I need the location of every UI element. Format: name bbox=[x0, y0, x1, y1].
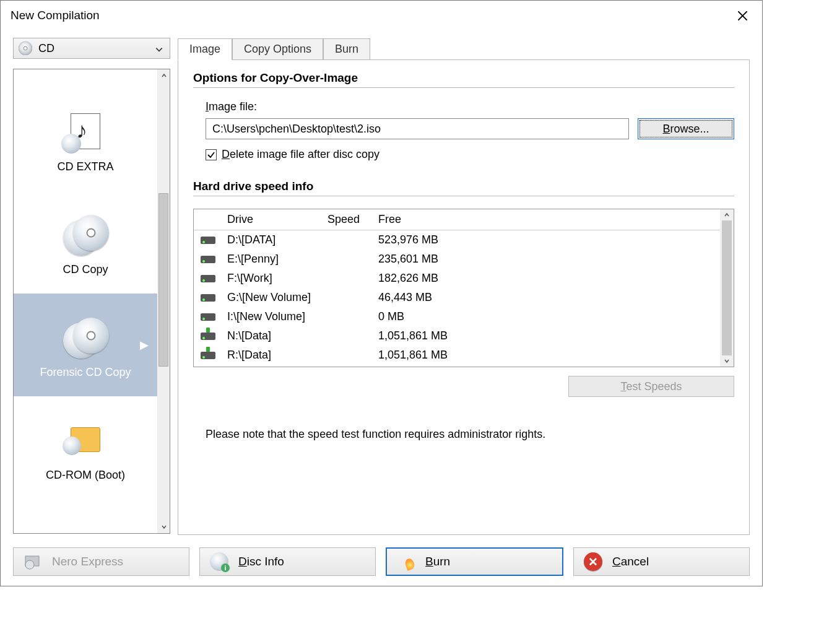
window-title: New Compilation bbox=[11, 9, 100, 22]
drive-free: 1,051,861 MB bbox=[373, 329, 720, 342]
nero-express-label: Nero Express bbox=[52, 555, 123, 568]
tab-burn[interactable]: Burn bbox=[323, 38, 370, 60]
drive-free: 0 MB bbox=[373, 310, 720, 323]
disc-info-button[interactable]: Disc Info bbox=[199, 547, 376, 576]
compilation-type-list: CD EXTRACD CopyForensic CD Copy▶CD-ROM (… bbox=[13, 69, 170, 534]
test-speeds-button: Test Speeds bbox=[568, 376, 734, 397]
drive-row[interactable]: R:\[Data]1,051,861 MB bbox=[194, 346, 720, 365]
tab-image-pane: Options for Copy-Over-Image Image file: … bbox=[178, 59, 750, 535]
drive-speed-table: Drive Speed Free D:\[DATA]523,976 MBE:\[… bbox=[193, 209, 734, 367]
drive-name: D:\[DATA] bbox=[222, 233, 327, 246]
hard-drive-icon bbox=[201, 237, 215, 244]
nero-express-button: Nero Express bbox=[13, 547, 189, 576]
drive-free: 46,443 MB bbox=[373, 291, 720, 304]
drive-free: 235,601 MB bbox=[373, 253, 720, 266]
drive-free: 182,626 MB bbox=[373, 272, 720, 285]
cancel-button[interactable]: ✕ Cancel bbox=[573, 547, 750, 576]
drive-name: E:\[Penny] bbox=[222, 253, 327, 266]
dialog-footer: Nero Express Disc Info Burn ✕ Cancel bbox=[1, 541, 762, 586]
hard-drive-icon bbox=[201, 275, 215, 282]
image-file-input[interactable] bbox=[206, 118, 629, 139]
type-item-label: CD EXTRA bbox=[57, 160, 113, 173]
network-drive-icon bbox=[201, 333, 215, 340]
cancel-icon: ✕ bbox=[584, 552, 602, 571]
tab-image[interactable]: Image bbox=[178, 38, 232, 60]
disc-info-icon bbox=[210, 552, 228, 571]
drive-name: F:\[Work] bbox=[222, 272, 327, 285]
section-hard-drive-speed: Hard drive speed info bbox=[193, 180, 734, 193]
scroll-up-icon[interactable] bbox=[158, 69, 170, 82]
scroll-down-icon[interactable] bbox=[158, 521, 170, 533]
hard-drive-icon bbox=[201, 294, 215, 302]
type-item-cd-rom-boot-[interactable]: CD-ROM (Boot) bbox=[14, 396, 157, 499]
tab-row: ImageCopy OptionsBurn bbox=[178, 37, 750, 60]
nero-express-icon bbox=[22, 551, 43, 572]
image-file-label: Image file: bbox=[206, 100, 734, 113]
svg-point-1 bbox=[25, 560, 34, 569]
burn-button[interactable]: Burn bbox=[386, 547, 563, 576]
folder-disc-icon bbox=[71, 427, 100, 452]
col-header-speed[interactable]: Speed bbox=[327, 213, 373, 226]
titlebar: New Compilation bbox=[1, 1, 762, 30]
drive-name: I:\[New Volume] bbox=[222, 310, 327, 323]
close-icon bbox=[737, 11, 748, 21]
drive-name: R:\[Data] bbox=[222, 349, 327, 362]
type-item-label: Forensic CD Copy bbox=[40, 366, 131, 379]
disc-icon bbox=[19, 41, 32, 55]
type-item-label: CD Copy bbox=[63, 263, 108, 276]
drive-name: G:\[New Volume] bbox=[222, 291, 327, 304]
col-header-drive[interactable]: Drive bbox=[222, 213, 327, 226]
admin-rights-note: Please note that the speed test function… bbox=[206, 428, 734, 441]
drive-row[interactable]: N:\[Data]1,051,861 MB bbox=[194, 326, 720, 346]
hard-drive-icon bbox=[201, 313, 215, 321]
hard-drive-icon bbox=[201, 256, 215, 263]
section-copy-over-image: Options for Copy-Over-Image bbox=[193, 71, 734, 85]
drive-row[interactable]: I:\[New Volume]0 MB bbox=[194, 307, 720, 326]
dialog-body: CD CD EXTRACD CopyForensic CD Copy▶CD-RO… bbox=[1, 30, 762, 541]
drive-table-scrollbar[interactable] bbox=[720, 209, 734, 367]
drive-row[interactable]: F:\[Work]182,626 MB bbox=[194, 269, 720, 288]
drive-row[interactable]: E:\[Penny]235,601 MB bbox=[194, 250, 720, 269]
scroll-thumb[interactable] bbox=[722, 220, 732, 355]
scroll-up-icon bbox=[724, 212, 730, 218]
disc-type-combo[interactable]: CD bbox=[13, 38, 170, 59]
disc-type-value: CD bbox=[38, 42, 54, 55]
scroll-thumb[interactable] bbox=[158, 193, 168, 367]
type-item-cd-extra[interactable]: CD EXTRA bbox=[14, 88, 157, 191]
type-item-forensic-cd-copy[interactable]: Forensic CD Copy▶ bbox=[14, 294, 157, 396]
drive-row[interactable]: D:\[DATA]523,976 MB bbox=[194, 230, 720, 250]
drive-table-header: Drive Speed Free bbox=[194, 209, 720, 230]
col-header-free[interactable]: Free bbox=[373, 213, 720, 226]
left-column: CD CD EXTRACD CopyForensic CD Copy▶CD-RO… bbox=[1, 30, 174, 541]
scroll-down-icon bbox=[724, 358, 730, 364]
dialog-window: New Compilation CD CD EXTRACD CopyForens… bbox=[0, 0, 763, 586]
network-drive-icon bbox=[201, 352, 215, 359]
browse-button[interactable]: Browse... bbox=[638, 118, 734, 139]
drive-free: 1,051,861 MB bbox=[373, 349, 720, 362]
burn-icon bbox=[397, 552, 415, 571]
checkbox-icon bbox=[206, 149, 217, 160]
tab-copy-options[interactable]: Copy Options bbox=[232, 38, 323, 60]
close-button[interactable] bbox=[730, 4, 755, 27]
disc-stack-icon bbox=[63, 318, 108, 356]
right-column: ImageCopy OptionsBurn Options for Copy-O… bbox=[174, 30, 762, 541]
disc-stack-icon bbox=[63, 215, 108, 253]
drive-free: 523,976 MB bbox=[373, 233, 720, 246]
delete-image-checkbox[interactable]: Delete image file after disc copy bbox=[206, 148, 734, 161]
music-page-icon bbox=[71, 113, 100, 149]
play-arrow-icon: ▶ bbox=[140, 338, 149, 352]
type-list-scrollbar[interactable] bbox=[157, 69, 170, 533]
type-item-cd-copy[interactable]: CD Copy bbox=[14, 191, 157, 294]
drive-row[interactable]: G:\[New Volume]46,443 MB bbox=[194, 288, 720, 307]
drive-name: N:\[Data] bbox=[222, 329, 327, 342]
chevron-down-icon bbox=[155, 44, 163, 57]
type-item-label: CD-ROM (Boot) bbox=[46, 469, 125, 482]
